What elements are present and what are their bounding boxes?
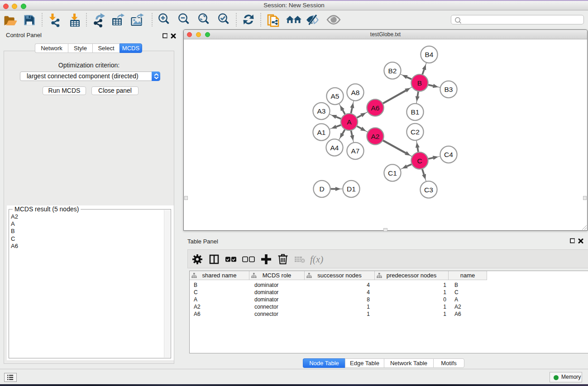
svg-text:B2: B2	[388, 67, 397, 75]
svg-text:D: D	[319, 185, 324, 193]
svg-text:A3: A3	[317, 107, 326, 115]
svg-text:C2: C2	[411, 128, 420, 136]
svg-text:A6: A6	[371, 104, 380, 112]
svg-text:A8: A8	[351, 89, 360, 96]
svg-text:C: C	[417, 157, 422, 165]
svg-text:A1: A1	[317, 129, 326, 136]
svg-text:A7: A7	[351, 147, 360, 155]
svg-text:B4: B4	[425, 51, 434, 58]
svg-text:A: A	[347, 118, 352, 126]
svg-text:C3: C3	[424, 186, 433, 194]
svg-text:C1: C1	[388, 169, 397, 177]
svg-text:A2: A2	[371, 133, 380, 140]
svg-text:D1: D1	[347, 185, 356, 193]
svg-text:A4: A4	[330, 144, 339, 152]
svg-text:f(x): f(x)	[310, 254, 323, 265]
svg-text:C4: C4	[444, 151, 453, 158]
svg-text:A5: A5	[331, 92, 339, 100]
svg-text:B3: B3	[445, 86, 453, 93]
svg-text:B: B	[417, 79, 422, 87]
svg-text:B1: B1	[411, 108, 420, 116]
